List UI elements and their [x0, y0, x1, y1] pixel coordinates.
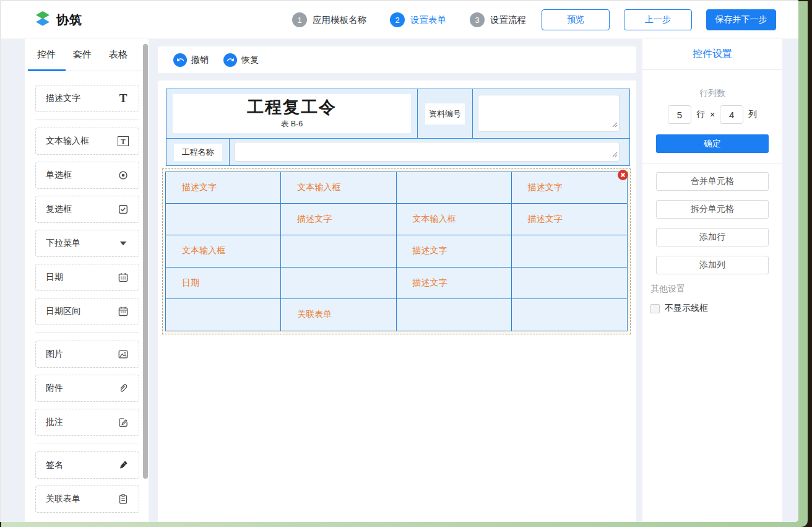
- table-cell-r5c2[interactable]: 关联表单: [281, 299, 396, 331]
- table-cell-r5c1[interactable]: [166, 299, 281, 331]
- table-cell-r3c3[interactable]: 描述文字: [397, 235, 512, 267]
- sidebar-item-text[interactable]: 描述文字T: [35, 85, 139, 112]
- sidebar-tabs: 控件套件表格: [25, 39, 149, 71]
- table-cell-r4c3[interactable]: 描述文字: [397, 268, 512, 299]
- table-cell-r3c1[interactable]: 文本输入框: [166, 235, 281, 267]
- sidebar-tab-1[interactable]: 套件: [73, 39, 92, 71]
- sidebar-group-divider: [35, 119, 139, 120]
- sidebar-item-date-range[interactable]: 日期区间: [35, 298, 139, 325]
- hide-border-checkbox-row[interactable]: 不显示线框: [650, 303, 782, 314]
- sidebar-item-label: 下拉菜单: [46, 238, 80, 249]
- save-and-next-button[interactable]: 保存并下一步: [706, 9, 776, 30]
- rows-unit: 行: [696, 109, 705, 120]
- doc-no-label[interactable]: 资料编号: [425, 103, 465, 124]
- table-cell-r1c1[interactable]: 描述文字: [166, 172, 281, 204]
- project-name-label[interactable]: 工程名称: [174, 144, 222, 161]
- table-cell-r5c3[interactable]: [397, 299, 512, 331]
- table-cell-r2c3[interactable]: 文本输入框: [397, 204, 512, 235]
- confirm-button[interactable]: 确定: [656, 134, 769, 153]
- redo-button[interactable]: 恢复: [223, 53, 259, 67]
- form-title: 工程复工令: [247, 98, 337, 117]
- table-action-buttons: 合并单元格拆分单元格添加行添加列: [642, 164, 782, 274]
- sidebar-control-list: 描述文字T文本输入框T单选框复选框下拉菜单日期日期区间图片附件批注签名关联表单: [25, 71, 149, 522]
- sidebar-item-dropdown[interactable]: 下拉菜单: [35, 230, 139, 257]
- sidebar-item-attachment[interactable]: 附件: [35, 375, 139, 402]
- header-buttons: 预览 上一步 保存并下一步: [542, 9, 776, 30]
- sidebar-item-label: 签名: [46, 459, 63, 471]
- table-cell-r3c2[interactable]: [281, 235, 396, 267]
- canvas-column: 撤销 恢复 工程复工令 表 B-6: [158, 39, 636, 522]
- hide-border-label: 不显示线框: [665, 303, 708, 314]
- sidebar-item-annotation[interactable]: 批注: [35, 409, 139, 436]
- step-1[interactable]: 1应用模板名称: [292, 12, 366, 27]
- delete-table-button[interactable]: [618, 170, 628, 180]
- step-label: 设置流程: [490, 14, 526, 26]
- sidebar-item-label: 关联表单: [46, 494, 80, 505]
- date-range-icon: [117, 305, 129, 318]
- sidebar-item-radio[interactable]: 单选框: [35, 162, 139, 189]
- image-icon: [117, 348, 129, 360]
- form-canvas: 工程复工令 表 B-6 资料编号: [158, 81, 636, 522]
- sidebar-item-signature[interactable]: 签名: [35, 451, 139, 479]
- undo-label: 撤销: [191, 54, 209, 66]
- hide-border-checkbox[interactable]: [650, 304, 660, 313]
- sidebar-item-checkbox[interactable]: 复选框: [35, 196, 139, 223]
- project-name-textarea[interactable]: [235, 142, 620, 162]
- resize-handle-icon[interactable]: [611, 119, 618, 130]
- add-row-button[interactable]: 添加行: [656, 228, 769, 246]
- doc-no-input-cell: [473, 89, 629, 138]
- resize-handle-icon[interactable]: [611, 149, 618, 160]
- sidebar-item-label: 批注: [46, 417, 63, 428]
- undo-button[interactable]: 撤销: [173, 53, 209, 67]
- table-cell-r4c4[interactable]: [512, 268, 627, 299]
- sidebar-item-label: 日期区间: [46, 306, 80, 317]
- step-2[interactable]: 2设置表单: [390, 12, 446, 27]
- cols-unit: 列: [748, 109, 757, 120]
- form-header-row: 工程复工令 表 B-6 资料编号: [166, 89, 629, 138]
- merge-cells-button[interactable]: 合并单元格: [656, 172, 769, 191]
- radio-icon: [117, 169, 129, 181]
- table-cell-r4c2[interactable]: [281, 268, 396, 299]
- stepper: 1应用模板名称2设置表单3设置流程: [292, 1, 526, 38]
- table-cell-r2c4[interactable]: 描述文字: [512, 204, 627, 235]
- step-3[interactable]: 3设置流程: [470, 12, 526, 27]
- sidebar-tab-0[interactable]: 控件: [37, 39, 56, 71]
- sidebar-item-image[interactable]: 图片: [35, 341, 139, 368]
- app-logo[interactable]: 协筑: [34, 1, 82, 38]
- table-cell-r1c4[interactable]: 描述文字: [512, 172, 627, 204]
- sidebar-item-text-input[interactable]: 文本输入框T: [35, 128, 139, 155]
- split-cells-button[interactable]: 拆分单元格: [656, 200, 769, 219]
- table-cell-r3c4[interactable]: [512, 235, 627, 267]
- table-cell-r2c1[interactable]: [166, 204, 281, 235]
- settings-panel-title: 控件设置: [642, 39, 782, 70]
- attachment-icon: [117, 382, 129, 394]
- form-header-block: 工程复工令 表 B-6 资料编号: [166, 89, 630, 166]
- form-title-box[interactable]: 工程复工令 表 B-6: [173, 94, 411, 133]
- add-column-button[interactable]: 添加列: [656, 256, 769, 274]
- sidebar-item-label: 复选框: [46, 204, 72, 215]
- control-settings-panel: 控件设置 行列数 行 × 列 确定 合并单元格拆分单元格添加行添加列 其他设置 …: [642, 39, 782, 522]
- previous-step-button[interactable]: 上一步: [624, 9, 692, 30]
- table-cell-r1c3[interactable]: [397, 172, 512, 204]
- step-label: 应用模板名称: [313, 14, 366, 26]
- sidebar-tab-2[interactable]: 表格: [109, 39, 127, 71]
- rows-input[interactable]: [668, 105, 691, 124]
- redo-label: 恢复: [241, 54, 259, 66]
- doc-no-cell: 资料编号: [417, 89, 473, 138]
- sidebar-scrollbar[interactable]: [143, 44, 148, 479]
- doc-no-textarea[interactable]: [478, 95, 620, 132]
- sidebar-item-linked-form[interactable]: 关联表单: [35, 486, 139, 513]
- table-cell-r2c2[interactable]: 描述文字: [281, 204, 396, 235]
- table-cell-r1c2[interactable]: 文本输入框: [281, 172, 396, 204]
- sidebar-item-label: 日期: [46, 272, 63, 283]
- sidebar-item-date[interactable]: 日期: [35, 264, 139, 291]
- cols-input[interactable]: [720, 105, 743, 124]
- preview-button[interactable]: 预览: [542, 9, 610, 30]
- table-cell-r4c1[interactable]: 日期: [166, 268, 281, 299]
- table-cell-r5c4[interactable]: [512, 299, 627, 331]
- sidebar-item-label: 单选框: [46, 170, 72, 181]
- sidebar-item-label: 附件: [46, 383, 63, 394]
- selected-table-wrapper[interactable]: 描述文字文本输入框描述文字描述文字文本输入框描述文字文本输入框描述文字日期描述文…: [162, 168, 631, 334]
- sidebar-group-divider: [35, 332, 139, 333]
- multiply-sign: ×: [710, 110, 715, 120]
